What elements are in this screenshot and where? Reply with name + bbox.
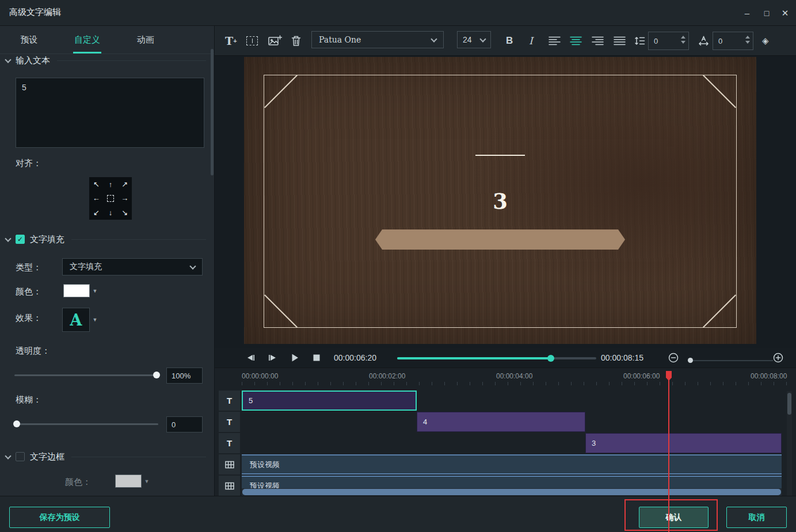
- keyframe-diamond-icon[interactable]: ◈: [762, 36, 769, 46]
- fill-color-picker[interactable]: ▼: [63, 284, 100, 297]
- timeline-horizontal-scrollbar-thumb[interactable]: [242, 489, 781, 495]
- text-input[interactable]: 5: [16, 78, 204, 148]
- stepper-up-icon[interactable]: [681, 36, 685, 39]
- align-top-icon[interactable]: ↑: [104, 177, 118, 192]
- blur-slider[interactable]: [14, 423, 158, 425]
- cancel-button[interactable]: 取消: [726, 507, 787, 528]
- tab-animation[interactable]: 动画: [116, 26, 174, 53]
- align-top-left-icon[interactable]: ↖: [89, 177, 104, 192]
- align-left-icon[interactable]: [549, 36, 561, 45]
- playhead-line: [668, 380, 669, 532]
- fill-type-dropdown[interactable]: 文字填充: [62, 258, 203, 275]
- stop-icon[interactable]: [313, 354, 320, 361]
- input-text-section-header[interactable]: 输入文本: [0, 53, 214, 68]
- font-family-dropdown[interactable]: Patua One: [311, 31, 444, 48]
- text-fill-section-header[interactable]: ✓ 文字填充: [0, 232, 214, 247]
- video-clip[interactable]: 预设视频: [242, 454, 782, 474]
- blur-value-field[interactable]: 0: [166, 416, 203, 433]
- confirm-button[interactable]: 确认: [639, 507, 709, 528]
- add-text-icon[interactable]: T+: [225, 35, 237, 47]
- stepper-up-icon[interactable]: [745, 36, 750, 39]
- opacity-value-field[interactable]: 100%: [166, 368, 203, 384]
- close-icon[interactable]: ✕: [775, 0, 795, 26]
- border-color-swatch[interactable]: [115, 474, 142, 488]
- align-bottom-icon[interactable]: ↓: [104, 205, 118, 220]
- play-icon[interactable]: [291, 354, 299, 362]
- stepper-down-icon[interactable]: [681, 41, 685, 44]
- text-clip[interactable]: 5: [242, 391, 417, 411]
- text-border-section-header[interactable]: 文字边框: [0, 449, 214, 464]
- align-justify-icon[interactable]: [614, 36, 626, 45]
- opacity-slider-knob[interactable]: [153, 372, 160, 378]
- blur-slider-knob[interactable]: [13, 420, 20, 427]
- zoom-in-icon[interactable]: [773, 353, 783, 363]
- chevron-down-icon[interactable]: ▼: [90, 284, 100, 297]
- italic-button[interactable]: I: [529, 35, 533, 47]
- previous-frame-icon[interactable]: [246, 354, 255, 362]
- line-spacing-value: 0: [654, 37, 658, 45]
- banner-shape[interactable]: [375, 229, 625, 250]
- bold-button[interactable]: B: [506, 35, 513, 47]
- text-track-header[interactable]: T: [219, 391, 240, 411]
- text-fill-checkbox[interactable]: ✓: [16, 235, 25, 244]
- text-effect-picker[interactable]: A ▼: [62, 308, 100, 332]
- text-clip[interactable]: 3: [585, 433, 782, 453]
- opacity-label: 透明度：: [16, 346, 50, 357]
- sidebar-scrollbar[interactable]: [211, 49, 214, 492]
- video-track-header[interactable]: [219, 454, 240, 474]
- text-track-header[interactable]: T: [219, 412, 240, 432]
- stepper-down-icon[interactable]: [745, 41, 750, 44]
- timeline-zoom-slider[interactable]: [688, 360, 773, 361]
- tab-presets[interactable]: 预设: [0, 26, 58, 53]
- timeline-ruler[interactable]: [242, 382, 796, 385]
- font-size-dropdown[interactable]: 24: [457, 31, 491, 48]
- line-spacing-icon: [634, 36, 645, 45]
- add-image-icon[interactable]: [268, 35, 282, 47]
- tab-custom[interactable]: 自定义: [58, 26, 116, 53]
- align-bottom-right-icon[interactable]: ↘: [117, 205, 132, 220]
- effect-preview[interactable]: A: [62, 308, 90, 332]
- zoom-out-icon[interactable]: [668, 353, 679, 363]
- timeline-vertical-scrollbar-thumb[interactable]: [787, 393, 791, 415]
- timeline-vertical-scrollbar[interactable]: [787, 391, 792, 496]
- ruler-label: 00:00:08:00: [751, 372, 787, 380]
- timeline-zoom-knob[interactable]: [688, 358, 693, 363]
- align-top-right-icon[interactable]: ↗: [117, 177, 132, 192]
- fill-type-label: 类型：: [16, 262, 41, 273]
- video-preview-area: 3: [215, 56, 796, 348]
- text-fill-section-title: 文字填充: [30, 234, 64, 245]
- delete-icon[interactable]: [291, 35, 301, 46]
- save-as-preset-button[interactable]: 保存为预设: [9, 507, 110, 528]
- text-format-toolbar: T+ Patua One 24 B I: [215, 26, 796, 56]
- line-spacing-stepper[interactable]: 0: [648, 32, 689, 50]
- letter-spacing-stepper[interactable]: 0: [713, 32, 753, 50]
- sidebar-scrollbar-thumb[interactable]: [211, 49, 214, 175]
- preview-canvas[interactable]: 3: [244, 57, 756, 344]
- fill-color-swatch[interactable]: [63, 284, 90, 297]
- align-center-icon[interactable]: [570, 36, 582, 45]
- align-center-icon[interactable]: [104, 192, 118, 206]
- opacity-slider[interactable]: [14, 374, 158, 376]
- playback-bar: 00:00:06:20 00:00:08:15: [215, 348, 796, 368]
- chevron-down-icon[interactable]: ▼: [90, 313, 100, 327]
- chevron-down-icon[interactable]: ▼: [142, 474, 152, 488]
- text-border-checkbox[interactable]: [16, 452, 25, 461]
- text-track-header[interactable]: T: [219, 433, 240, 453]
- video-track-header[interactable]: [219, 476, 240, 496]
- align-bottom-left-icon[interactable]: ↙: [89, 205, 104, 220]
- font-family-value: Patua One: [319, 35, 361, 44]
- countdown-number[interactable]: 3: [264, 189, 736, 214]
- next-frame-icon[interactable]: [268, 354, 277, 362]
- seek-slider[interactable]: [397, 357, 596, 359]
- align-right-icon[interactable]: [592, 36, 604, 45]
- align-left-icon[interactable]: ←: [89, 192, 104, 206]
- minimize-icon[interactable]: –: [737, 0, 757, 26]
- seek-slider-knob[interactable]: [547, 355, 554, 362]
- maximize-icon[interactable]: □: [757, 0, 776, 26]
- text-clip[interactable]: 4: [417, 412, 585, 432]
- align-right-icon[interactable]: →: [117, 192, 132, 206]
- timeline-horizontal-scrollbar[interactable]: [242, 488, 782, 496]
- border-color-label: 颜色：: [65, 477, 91, 488]
- text-box-icon[interactable]: [246, 36, 258, 45]
- border-color-picker[interactable]: ▼: [115, 474, 152, 488]
